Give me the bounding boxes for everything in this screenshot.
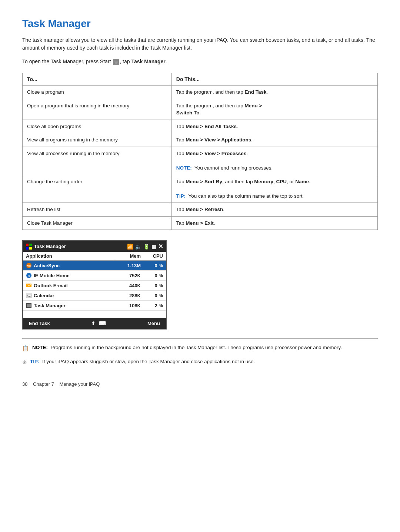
tm-titlebar-icons: 📶 🔈 🔋 ▦ ✕ bbox=[127, 243, 163, 250]
tip-icon: ✳ bbox=[22, 358, 27, 367]
table-row: Close all open programs Tap Menu > End A… bbox=[23, 120, 378, 133]
table-cell-to: View all programs running in the memory bbox=[23, 133, 172, 147]
table-cell-to: Close all open programs bbox=[23, 120, 172, 133]
svg-rect-2 bbox=[26, 247, 29, 250]
col-cpu-header: CPU bbox=[141, 253, 163, 259]
table-cell-to: Change the sorting order bbox=[23, 175, 172, 203]
tm-app-cpu: 0 % bbox=[141, 283, 163, 288]
table-cell-to: Close a program bbox=[23, 86, 172, 99]
bottom-tip: ✳ TIP: If your iPAQ appears sluggish or … bbox=[22, 358, 378, 367]
table-row: Close a program Tap the program, and the… bbox=[23, 86, 378, 99]
tm-column-headers: Application Mem CPU bbox=[23, 252, 166, 261]
windows-logo-icon bbox=[26, 244, 32, 250]
tm-footer: End Task ⬆ ⌨ Menu bbox=[23, 318, 166, 329]
col-app-header: Application bbox=[26, 253, 115, 259]
sort-icon: ⬆ bbox=[91, 321, 95, 326]
svg-rect-13 bbox=[27, 304, 31, 307]
tm-app-mem: 440K bbox=[115, 283, 141, 288]
table-row: Close Task Manager Tap Menu > Exit. bbox=[23, 216, 378, 230]
tm-app-name: Task Manager bbox=[26, 302, 115, 308]
table-cell-to: Open a program that is running in the me… bbox=[23, 99, 172, 120]
tm-app-name: IE IE Mobile Home bbox=[26, 272, 115, 278]
grid-icon: ▦ bbox=[151, 244, 156, 250]
tm-titlebar: Task Manager 📶 🔈 🔋 ▦ ✕ bbox=[23, 241, 166, 252]
tm-app-row[interactable]: CAL Calendar 288K 0 % bbox=[23, 291, 166, 301]
tm-menu-label[interactable]: Menu bbox=[147, 321, 160, 326]
tm-app-cpu: 0 % bbox=[141, 263, 163, 268]
svg-rect-1 bbox=[29, 244, 32, 246]
tm-app-row[interactable]: IE IE Mobile Home 752K 0 % bbox=[23, 271, 166, 281]
svg-text:AS: AS bbox=[27, 264, 31, 267]
open-instruction: To open the Task Manager, press Start ⊞,… bbox=[22, 58, 378, 66]
tm-footer-center: ⬆ ⌨ bbox=[91, 321, 106, 326]
table-cell-to: Refresh the list bbox=[23, 203, 172, 217]
tm-app-name: Outlook E-mail bbox=[26, 282, 115, 288]
tm-app-cpu: 0 % bbox=[141, 293, 163, 298]
tm-app-row[interactable]: Outlook E-mail 440K 0 % bbox=[23, 281, 166, 291]
col-do-header: Do This... bbox=[171, 73, 377, 86]
battery-icon: 🔋 bbox=[143, 244, 150, 250]
tm-app-row[interactable]: AS ActiveSync 1.13M 0 % bbox=[23, 261, 166, 271]
activesync-icon: AS bbox=[26, 262, 32, 268]
tm-app-name: AS ActiveSync bbox=[26, 262, 115, 268]
task-manager-screenshot: Task Manager 📶 🔈 🔋 ▦ ✕ Application Mem C… bbox=[22, 240, 167, 329]
intro-text: The task manager allows you to view all … bbox=[22, 36, 378, 52]
calendar-icon: CAL bbox=[26, 292, 32, 298]
table-cell-to: Close Task Manager bbox=[23, 216, 172, 230]
page-footer: 38 Chapter 7 Manage your iPAQ bbox=[22, 381, 378, 387]
svg-rect-8 bbox=[26, 284, 31, 287]
signal-icon: 📶 bbox=[127, 244, 133, 250]
svg-rect-0 bbox=[26, 244, 29, 246]
tm-app-cpu: 0 % bbox=[141, 273, 163, 278]
table-row: Open a program that is running in the me… bbox=[23, 99, 378, 120]
page-title: Task Manager bbox=[22, 18, 378, 30]
note-icon: 📋 bbox=[22, 344, 29, 353]
close-icon[interactable]: ✕ bbox=[158, 243, 163, 250]
table-row: Refresh the list Tap Menu > Refresh. bbox=[23, 203, 378, 217]
tm-app-row[interactable]: Task Manager 108K 2 % bbox=[23, 301, 166, 311]
svg-text:IE: IE bbox=[28, 274, 30, 277]
tm-app-mem: 752K bbox=[115, 273, 141, 278]
tm-empty-row bbox=[23, 311, 166, 318]
table-row: View all processes running in the memory… bbox=[23, 147, 378, 175]
taskmanager-icon bbox=[26, 302, 32, 308]
col-mem-header: Mem bbox=[115, 253, 141, 259]
ie-icon: IE bbox=[26, 272, 32, 278]
table-cell-do: Tap Menu > Refresh. bbox=[171, 203, 377, 217]
task-table: To... Do This... Close a program Tap the… bbox=[22, 73, 378, 230]
table-cell-do: Tap Menu > Exit. bbox=[171, 216, 377, 230]
table-cell-do: Tap Menu > View > Processes. NOTE: You c… bbox=[171, 147, 377, 175]
keyboard-icon: ⌨ bbox=[99, 321, 106, 326]
outlook-icon bbox=[26, 282, 32, 288]
table-row: View all programs running in the memory … bbox=[23, 133, 378, 147]
table-cell-do: Tap Menu > End All Tasks. bbox=[171, 120, 377, 133]
start-icon: ⊞ bbox=[113, 59, 119, 65]
table-row: Change the sorting order Tap Menu > Sort… bbox=[23, 175, 378, 203]
table-cell-to: View all processes running in the memory bbox=[23, 147, 172, 175]
tm-titlebar-left: Task Manager bbox=[26, 244, 66, 250]
table-cell-do: Tap Menu > Sort By, and then tap Memory,… bbox=[171, 175, 377, 203]
svg-text:CAL: CAL bbox=[27, 295, 31, 297]
tm-end-task-label[interactable]: End Task bbox=[29, 321, 50, 326]
bottom-note-text: NOTE: Programs running in the background… bbox=[32, 344, 342, 351]
volume-icon: 🔈 bbox=[135, 244, 141, 250]
tm-app-mem: 108K bbox=[115, 303, 141, 308]
svg-rect-3 bbox=[29, 247, 32, 250]
bottom-rule bbox=[22, 338, 378, 339]
table-cell-do: Tap Menu > View > Applications. bbox=[171, 133, 377, 147]
table-cell-do: Tap the program, and then tap End Task. bbox=[171, 86, 377, 99]
tm-app-name: CAL Calendar bbox=[26, 292, 115, 298]
table-cell-do: Tap the program, and then tap Menu >Swit… bbox=[171, 99, 377, 120]
tm-app-mem: 288K bbox=[115, 293, 141, 298]
bottom-note: 📋 NOTE: Programs running in the backgrou… bbox=[22, 344, 378, 353]
svg-rect-10 bbox=[26, 293, 31, 295]
bottom-tip-text: TIP: If your iPAQ appears sluggish or sl… bbox=[30, 358, 255, 365]
tip-label: TIP: bbox=[176, 193, 186, 199]
tm-app-mem: 1.13M bbox=[115, 263, 141, 268]
tm-app-cpu: 2 % bbox=[141, 303, 163, 308]
note-label: NOTE: bbox=[176, 165, 192, 171]
col-to-header: To... bbox=[23, 73, 172, 86]
tm-title-text: Task Manager bbox=[34, 244, 66, 249]
